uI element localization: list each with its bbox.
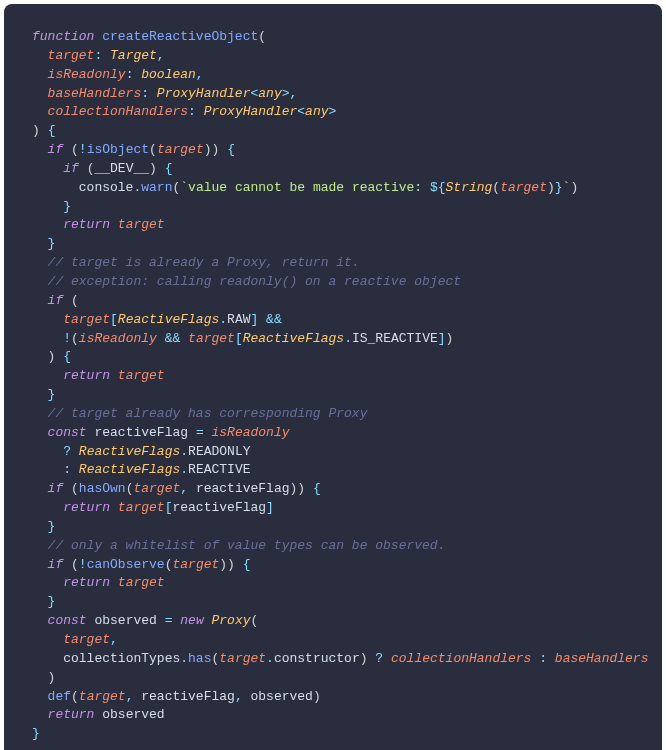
function-call: String <box>446 180 493 195</box>
operator: : <box>539 651 547 666</box>
bracket: ] <box>438 331 446 346</box>
dot: . <box>180 444 188 459</box>
paren: ) <box>219 557 227 572</box>
operator: && <box>266 312 282 327</box>
angle: > <box>282 86 290 101</box>
line: baseHandlers: ProxyHandler<any>, <box>32 86 297 101</box>
line: } <box>32 236 55 251</box>
comma: , <box>290 86 298 101</box>
dot: . <box>219 312 227 327</box>
type: Target <box>110 48 157 63</box>
paren: ) <box>446 331 454 346</box>
line: const reactiveFlag = isReadonly <box>32 425 290 440</box>
param: target <box>48 48 95 63</box>
line: } <box>32 387 55 402</box>
identifier: target <box>118 500 165 515</box>
operator: ! <box>79 142 87 157</box>
method: warn <box>141 180 172 195</box>
string: value cannot be made reactive: <box>188 180 430 195</box>
identifier: target <box>118 368 165 383</box>
function-call: isObject <box>87 142 149 157</box>
paren: ) <box>313 689 321 704</box>
brace: } <box>63 199 71 214</box>
property: constructor <box>274 651 360 666</box>
identifier: __DEV__ <box>94 161 149 176</box>
line: : ReactiveFlags.REACTIVE <box>32 462 251 477</box>
paren: ) <box>32 123 40 138</box>
line: function createReactiveObject( <box>32 29 266 44</box>
line: isReadonly: boolean, <box>32 67 204 82</box>
line: } <box>32 594 55 609</box>
keyword: return <box>63 368 110 383</box>
property: IS_REACTIVE <box>352 331 438 346</box>
keyword: if <box>48 557 64 572</box>
function-name: createReactiveObject <box>102 29 258 44</box>
line: } <box>32 199 71 214</box>
line: target, <box>32 632 118 647</box>
type: ReactiveFlags <box>243 331 344 346</box>
line: } <box>32 519 55 534</box>
brace: } <box>48 387 56 402</box>
paren: ( <box>71 293 79 308</box>
param: collectionHandlers <box>48 104 188 119</box>
bracket: ] <box>250 312 258 327</box>
line: target: Target, <box>32 48 165 63</box>
line: target[ReactiveFlags.RAW] && <box>32 312 282 327</box>
arg: target <box>500 180 547 195</box>
dot: . <box>180 651 188 666</box>
operator: ? <box>63 444 71 459</box>
line: !(isReadonly && target[ReactiveFlags.IS_… <box>32 331 453 346</box>
paren: ) <box>204 142 212 157</box>
type: ReactiveFlags <box>79 444 180 459</box>
type: ProxyHandler <box>204 104 298 119</box>
identifier: isReadonly <box>79 331 157 346</box>
identifier: target <box>188 331 235 346</box>
operator: ! <box>63 331 71 346</box>
keyword: function <box>32 29 94 44</box>
comma: , <box>110 632 118 647</box>
object: collectionTypes <box>63 651 180 666</box>
arg: observed <box>251 689 313 704</box>
identifier: collectionHandlers <box>391 651 531 666</box>
line: if (!isObject(target)) { <box>32 142 235 157</box>
line: // target already has corresponding Prox… <box>32 406 367 421</box>
line: if (!canObserve(target)) { <box>32 557 251 572</box>
line: // only a whitelist of value types can b… <box>32 538 445 553</box>
line: return target[reactiveFlag] <box>32 500 274 515</box>
comment: // only a whitelist of value types can b… <box>48 538 446 553</box>
type: any <box>305 104 328 119</box>
arg: target <box>63 632 110 647</box>
paren: ) <box>227 557 235 572</box>
paren: ( <box>251 613 259 628</box>
identifier: isReadonly <box>212 425 290 440</box>
arg: reactiveFlag <box>141 689 235 704</box>
brace: } <box>48 236 56 251</box>
type: any <box>258 86 281 101</box>
dot: . <box>344 331 352 346</box>
object: console <box>79 180 134 195</box>
line: // exception: calling readonly() on a re… <box>32 274 461 289</box>
type: boolean <box>141 67 196 82</box>
identifier: target <box>118 575 165 590</box>
paren: ( <box>71 689 79 704</box>
colon: : <box>188 104 196 119</box>
operator: : <box>63 462 71 477</box>
colon: : <box>126 67 134 82</box>
line: } <box>32 726 40 741</box>
comment: // exception: calling readonly() on a re… <box>48 274 461 289</box>
line: if ( <box>32 293 79 308</box>
operator: = <box>165 613 173 628</box>
function-call: def <box>48 689 71 704</box>
identifier: reactiveFlag <box>94 425 188 440</box>
paren: ( <box>492 180 500 195</box>
line: return target <box>32 368 165 383</box>
line: if (__DEV__) { <box>32 161 173 176</box>
keyword: if <box>63 161 79 176</box>
paren: ) <box>212 142 220 157</box>
keyword: new <box>180 613 203 628</box>
line: return target <box>32 575 165 590</box>
keyword: if <box>48 142 64 157</box>
paren: ( <box>71 481 79 496</box>
bracket: [ <box>110 312 118 327</box>
comma: , <box>157 48 165 63</box>
